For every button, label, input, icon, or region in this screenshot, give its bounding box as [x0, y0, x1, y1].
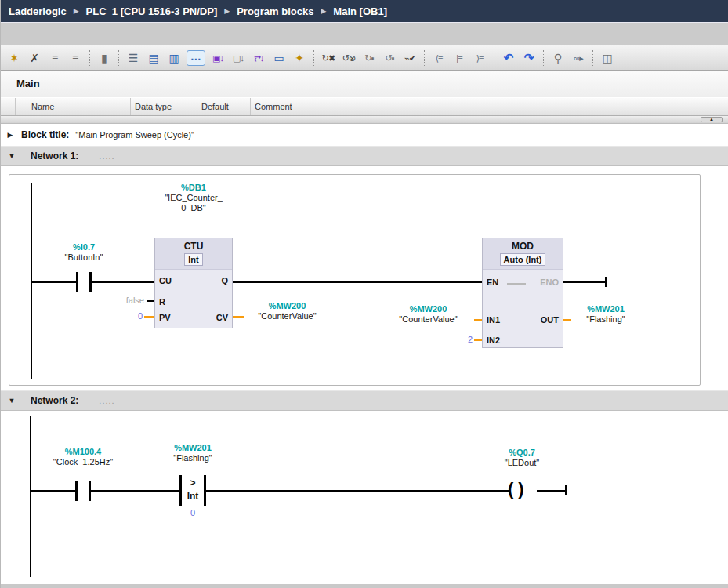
discard-call-env-icon[interactable]: ↻✖: [321, 50, 336, 66]
comparator-value[interactable]: 0: [182, 508, 204, 518]
network-comments-toggle-icon[interactable]: ⋯: [187, 50, 205, 66]
mod-in2-value[interactable]: 2: [441, 335, 473, 345]
undo-icon[interactable]: ↶: [501, 50, 516, 66]
insert-row-below-icon[interactable]: ≡: [67, 50, 83, 66]
clock-address: %M100.4: [40, 447, 126, 457]
ctu-instance-db-operand[interactable]: %DB1 "IEC_Counter_ 0_DB": [139, 183, 248, 213]
comparator-operator[interactable]: >: [182, 478, 204, 488]
data-wire: [144, 316, 154, 318]
compare-name: "Flashing": [173, 453, 212, 463]
toolbar-separator: [118, 50, 119, 66]
network-2-header[interactable]: ▼ Network 2: .....: [1, 390, 728, 411]
block-title-value[interactable]: "Main Program Sweep (Cycle)": [75, 130, 194, 140]
db-name-line1: "IEC_Counter_: [165, 193, 223, 202]
col-comment[interactable]: Comment: [250, 98, 698, 115]
cv-name: "CounterValue": [258, 311, 316, 321]
goto-definition-icon[interactable]: |≡: [451, 50, 467, 66]
col-name[interactable]: Name: [27, 98, 130, 115]
breadcrumb-main-ob1[interactable]: Main [OB1]: [333, 5, 387, 17]
load-snapshot-icon[interactable]: ↻▪: [361, 50, 377, 66]
data-wire: [474, 339, 482, 341]
ctu-r-value[interactable]: false: [103, 296, 144, 306]
goto-usage-icon[interactable]: ⟩≡: [472, 50, 487, 66]
ctu-block[interactable]: CTU Int CU R PV Q CV: [154, 238, 233, 328]
db-address: %DB1: [139, 183, 248, 193]
block-title-expand-icon[interactable]: ▶: [5, 131, 15, 139]
wire: [31, 281, 76, 283]
contact-bar[interactable]: [76, 272, 78, 292]
breadcrumb-plc[interactable]: PLC_1 [CPU 1516-3 PN/DP]: [86, 5, 218, 17]
test-glasses-icon[interactable]: ∞▸: [570, 50, 586, 66]
collapse-interface-button[interactable]: ▲: [701, 117, 723, 122]
wire: [91, 490, 179, 492]
col-icon: [15, 98, 27, 115]
breadcrumb-program-blocks[interactable]: Program blocks: [237, 5, 313, 17]
breadcrumb: Ladderlogic ▶ PLC_1 [CPU 1516-3 PN/DP] ▶…: [1, 0, 728, 22]
mod-out-operand[interactable]: %MW201 "Flashing": [570, 304, 641, 325]
ctu-pv-value[interactable]: 0: [124, 311, 143, 321]
ladder-editor-window: Ladderlogic ▶ PLC_1 [CPU 1516-3 PN/DP] ▶…: [0, 0, 728, 588]
monitor-block-icon[interactable]: ↺⊗: [341, 50, 357, 66]
delete-network-icon[interactable]: ✗: [27, 50, 42, 66]
col-default-value[interactable]: Default value: [197, 98, 250, 115]
breadcrumb-project[interactable]: Ladderlogic: [9, 5, 67, 17]
pin-pv: PV: [159, 313, 171, 323]
cross-reference-icon[interactable]: ⚲: [550, 50, 566, 66]
connect-online-icon[interactable]: ⌁✔: [402, 50, 418, 66]
network-2-comment-placeholder[interactable]: .....: [99, 396, 114, 405]
coil-operand[interactable]: %Q0.7 "LEDout": [487, 448, 557, 468]
ladder-toolbar: ✶ ✗ ≡ ≡ ▮ ☰ ▤ ▥ ⋯ ▣↓ ▢↓ ⇄↓ ▭ ✦ ↻✖ ↺⊗ ↻▪ …: [1, 45, 728, 71]
contact-bar[interactable]: [75, 481, 78, 501]
in1-name: "CounterValue": [399, 314, 457, 324]
network-1-canvas[interactable]: %DB1 "IEC_Counter_ 0_DB" %I0.7 "ButtonIn…: [9, 174, 701, 386]
network-1-comment-placeholder[interactable]: .....: [99, 151, 114, 161]
ctu-cv-operand[interactable]: %MW200 "CounterValue": [242, 301, 332, 321]
coil-close-paren: ): [518, 479, 528, 499]
insert-network-icon[interactable]: ✶: [6, 50, 22, 66]
mod-block[interactable]: MOD Auto (Int) EN ENO IN1 IN2 OUT: [482, 238, 563, 348]
compare-operand[interactable]: %MW201 "Flashing": [150, 443, 236, 463]
comparator-bar[interactable]: [204, 475, 206, 506]
insert-block-icon[interactable]: ✦: [292, 50, 307, 66]
interface-splitter[interactable]: ▲: [1, 116, 728, 124]
pin-en: EN: [487, 278, 498, 288]
ctu-type-selector[interactable]: Int: [184, 253, 202, 266]
wire: [563, 281, 607, 283]
ff-visibility-icon[interactable]: ▣↓: [210, 50, 226, 66]
save-snapshot-icon[interactable]: ↺▪: [382, 50, 397, 66]
network-2-collapse-icon[interactable]: ▼: [7, 397, 16, 405]
coil-symbol[interactable]: (): [508, 479, 529, 499]
reset-start-values-icon[interactable]: ▮: [96, 50, 112, 66]
symbol-visibility-icon[interactable]: ⇄↓: [251, 50, 266, 66]
network-2-label: Network 2:: [31, 395, 78, 406]
toolbar-separator: [89, 50, 90, 66]
goto-structure-icon[interactable]: ⟨≡: [431, 50, 447, 66]
redo-icon[interactable]: ↷: [521, 50, 537, 66]
ctu-block-header: CTU Int: [155, 238, 232, 270]
mod-in1-operand[interactable]: %MW200 "CounterValue": [383, 304, 473, 325]
freeform-comment-icon[interactable]: ▭: [271, 50, 287, 66]
contact-buttonin-operand[interactable]: %I0.7 "ButtonIn": [41, 242, 127, 263]
compare-address: %MW201: [150, 443, 236, 453]
network-1-header[interactable]: ▼ Network 1: .....: [1, 146, 728, 166]
toolbar-separator: [543, 50, 544, 66]
network-1-label: Network 1:: [31, 151, 78, 162]
insert-row-above-icon[interactable]: ≡: [47, 50, 63, 66]
wire: [92, 281, 154, 283]
mod-type-selector[interactable]: Auto (Int): [500, 253, 546, 266]
bottom-edge-strip: [1, 584, 728, 588]
coil-open-paren: (: [508, 479, 518, 499]
contact-clock-operand[interactable]: %M100.4 "Clock_1.25Hz": [40, 447, 126, 467]
comparator-type[interactable]: Int: [182, 492, 204, 502]
power-rail: [31, 183, 32, 379]
rung-end-tick: [605, 277, 607, 287]
comment-visibility-icon[interactable]: ▢↓: [230, 50, 246, 66]
col-data-type[interactable]: Data type: [130, 98, 197, 115]
mod-block-header: MOD Auto (Int): [483, 238, 563, 270]
data-block-icon[interactable]: ◫: [599, 50, 615, 66]
collapse-networks-icon[interactable]: ▥: [166, 50, 182, 66]
network-1-collapse-icon[interactable]: ▼: [7, 152, 16, 160]
absolute-operands-icon[interactable]: ☰: [125, 50, 141, 66]
network-2-canvas[interactable]: %M100.4 "Clock_1.25Hz" %MW201 "Flashing"…: [1, 411, 728, 584]
expand-networks-icon[interactable]: ▤: [146, 50, 161, 66]
